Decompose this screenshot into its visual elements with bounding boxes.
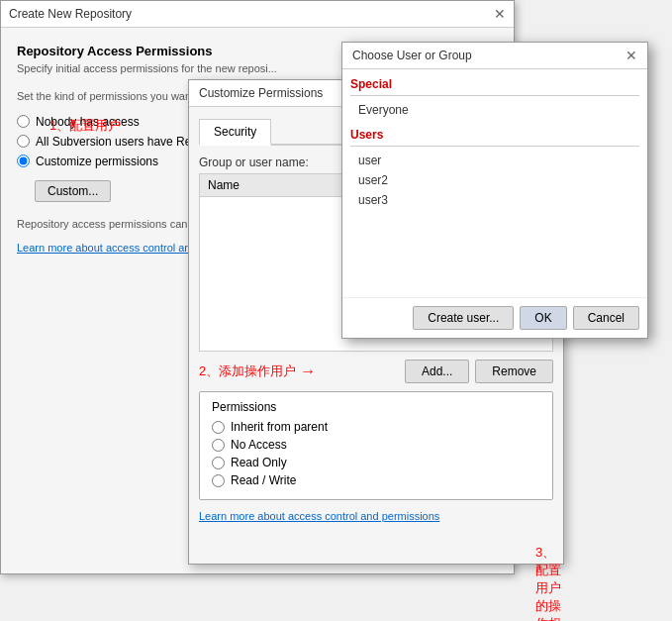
perm-rw-input[interactable] (212, 474, 225, 487)
perm-inherit-label: Inherit from parent (231, 420, 328, 434)
annotation-step1: 1、配置用户 (49, 117, 121, 135)
choose-titlebar: Choose User or Group ✕ (342, 43, 647, 69)
permissions-title: Permissions (212, 400, 540, 414)
perm-read-label: Read Only (231, 456, 287, 469)
main-window-title: Create New Repository (9, 7, 132, 21)
perm-read-input[interactable] (212, 457, 225, 469)
cancel-button[interactable]: Cancel (573, 306, 639, 330)
permissions-box: Permissions Inherit from parent No Acces… (199, 391, 553, 500)
perm-none-input[interactable] (212, 439, 225, 452)
customize-dialog-title: Customize Permissions (199, 86, 323, 100)
user-item-1[interactable]: user2 (350, 170, 639, 190)
choose-body: Special Everyone Users user user2 user3 (342, 69, 647, 218)
perm-read[interactable]: Read Only (212, 456, 540, 469)
radio-custom-label: Customize permissions (36, 155, 158, 168)
remove-button[interactable]: Remove (475, 360, 553, 383)
choose-dialog-title: Choose User or Group (352, 49, 472, 62)
add-remove-row: 2、添加操作用户 → Add... Remove (199, 360, 553, 383)
ok-button[interactable]: OK (520, 306, 566, 330)
user-item-2[interactable]: user3 (350, 190, 639, 210)
radio-all-input[interactable] (17, 135, 30, 148)
main-window-close-icon[interactable]: ✕ (494, 7, 506, 21)
create-user-button[interactable]: Create user... (413, 306, 514, 330)
annotation-step3: 3、配置用户的操作权限 (535, 544, 563, 621)
choose-dialog: Choose User or Group ✕ Special Everyone … (341, 42, 648, 339)
choose-dialog-close-icon[interactable]: ✕ (625, 49, 637, 62)
add-button[interactable]: Add... (405, 360, 469, 383)
perm-inherit-input[interactable] (212, 421, 225, 434)
choose-btn-row: Create user... OK Cancel (342, 297, 647, 338)
everyone-item[interactable]: Everyone (350, 100, 639, 120)
perm-none[interactable]: No Access (212, 438, 540, 452)
annotation-step2: 2、添加操作用户 (199, 362, 296, 380)
perm-inherit[interactable]: Inherit from parent (212, 420, 540, 434)
radio-custom-input[interactable] (17, 155, 30, 167)
custom-button[interactable]: Custom... (35, 180, 111, 202)
radio-nobody-input[interactable] (17, 115, 30, 128)
users-label: Users (350, 128, 639, 142)
user-item-0[interactable]: user (350, 151, 639, 170)
main-titlebar: Create New Repository ✕ (1, 1, 514, 28)
tab-security[interactable]: Security (199, 119, 271, 146)
perm-none-label: No Access (231, 438, 287, 452)
arrow-icon: → (300, 362, 316, 380)
learn-more-link[interactable]: Learn more about access control ar... (17, 242, 197, 254)
users-separator (350, 146, 639, 147)
perm-rw[interactable]: Read / Write (212, 473, 540, 487)
special-separator (350, 95, 639, 96)
customize-learn-more-link[interactable]: Learn more about access control and perm… (199, 510, 439, 522)
perm-rw-label: Read / Write (231, 473, 296, 487)
special-label: Special (350, 77, 639, 91)
